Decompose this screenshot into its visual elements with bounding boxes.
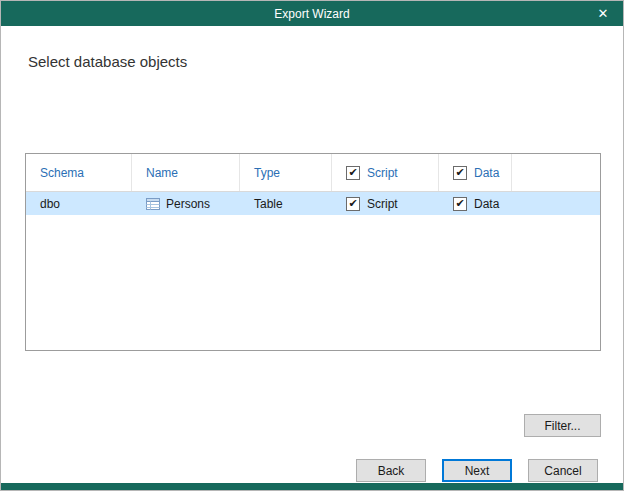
row-type-cell: Table <box>240 192 332 215</box>
row-name-cell: Persons <box>132 192 240 215</box>
row-schema-cell: dbo <box>26 192 132 215</box>
column-header-schema[interactable]: Schema <box>26 154 132 191</box>
column-header-empty <box>512 154 600 191</box>
row-data-checkbox[interactable]: ✔ <box>453 197 467 211</box>
window-title: Export Wizard <box>274 7 349 21</box>
row-script-cell: ✔ Script <box>332 192 439 215</box>
footer-buttons: Back Next Cancel <box>356 459 598 482</box>
column-header-name[interactable]: Name <box>132 154 240 191</box>
row-empty-cell <box>512 192 600 215</box>
table-header-row: Schema Name Type ✔ Script ✔ Data <box>26 154 600 192</box>
export-wizard-dialog: Export Wizard ✕ Select database objects … <box>0 0 624 491</box>
row-data-cell: ✔ Data <box>439 192 512 215</box>
cancel-button[interactable]: Cancel <box>528 459 598 482</box>
table-icon <box>146 198 160 210</box>
table-row[interactable]: dbo Persons Table ✔ S <box>26 192 600 215</box>
title-bar[interactable]: Export Wizard ✕ <box>1 1 623 26</box>
column-header-type[interactable]: Type <box>240 154 332 191</box>
next-button[interactable]: Next <box>442 459 512 482</box>
back-button[interactable]: Back <box>356 459 426 482</box>
column-header-script: ✔ Script <box>332 154 439 191</box>
filter-button[interactable]: Filter... <box>524 414 601 437</box>
database-objects-table: Schema Name Type ✔ Script ✔ Data dbo <box>25 153 601 351</box>
data-column-checkbox[interactable]: ✔ <box>453 166 467 180</box>
close-icon[interactable]: ✕ <box>583 1 623 26</box>
row-script-checkbox[interactable]: ✔ <box>346 197 360 211</box>
page-title: Select database objects <box>28 53 187 70</box>
bottom-accent-strip <box>1 483 623 490</box>
column-header-data: ✔ Data <box>439 154 512 191</box>
script-column-checkbox[interactable]: ✔ <box>346 166 360 180</box>
